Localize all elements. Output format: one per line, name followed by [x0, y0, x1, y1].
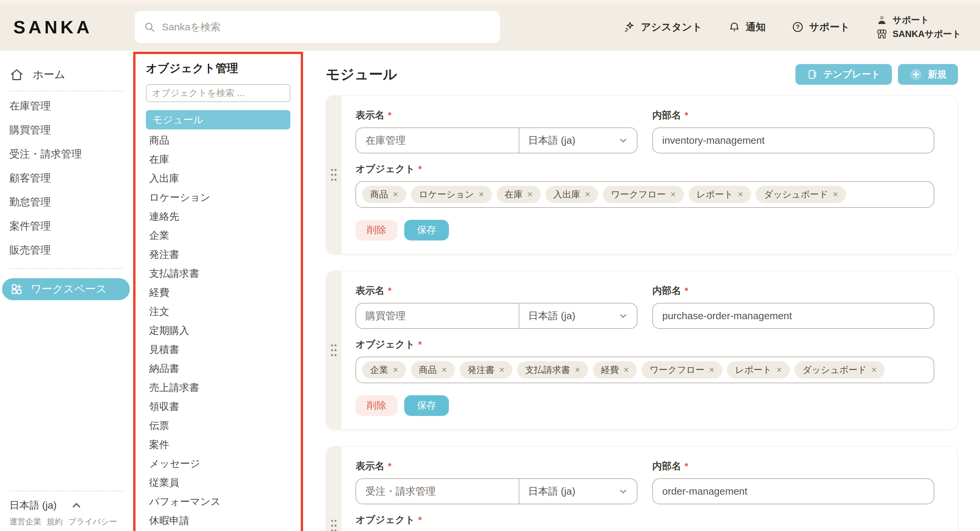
sidebar-item-7[interactable]: 販売管理: [10, 244, 133, 256]
remove-chip-icon[interactable]: ×: [500, 365, 505, 375]
assistant-button[interactable]: アシスタント: [624, 21, 702, 34]
object-item-15[interactable]: 売上請求書: [146, 382, 290, 393]
internal-name-input[interactable]: [652, 127, 934, 154]
object-item-7[interactable]: 企業: [146, 230, 290, 241]
global-search-input[interactable]: [161, 21, 491, 33]
account-menu[interactable]: サポート SANKAサポート: [876, 14, 961, 40]
remove-chip-icon[interactable]: ×: [575, 365, 580, 375]
object-chip[interactable]: ダッシュボード ×: [756, 186, 846, 203]
delete-button[interactable]: 削除: [355, 395, 398, 416]
drag-handle[interactable]: [326, 447, 342, 531]
object-item-18[interactable]: 案件: [146, 439, 290, 450]
save-button[interactable]: 保存: [404, 220, 449, 241]
object-item-22[interactable]: 休暇申請: [146, 515, 290, 526]
language-selector[interactable]: 日本語 (ja): [10, 499, 124, 512]
language-select[interactable]: 日本語 (ja): [519, 304, 637, 328]
sidebar-item-4[interactable]: 顧客管理: [10, 172, 133, 184]
object-item-3[interactable]: 在庫: [146, 154, 290, 165]
object-item-19[interactable]: メッセージ: [146, 458, 290, 469]
object-chip-label: 商品: [419, 364, 437, 376]
remove-chip-icon[interactable]: ×: [393, 365, 398, 375]
object-item-8[interactable]: 発注書: [146, 249, 290, 260]
object-item-1[interactable]: モジュール: [146, 110, 290, 129]
footer-link-1[interactable]: 運営企業: [10, 516, 41, 527]
footer-link-3[interactable]: プライバシー: [68, 516, 117, 527]
object-search-input[interactable]: [146, 84, 290, 102]
remove-chip-icon[interactable]: ×: [442, 365, 447, 375]
remove-chip-icon[interactable]: ×: [393, 189, 398, 200]
object-chip[interactable]: 商品 ×: [411, 361, 455, 379]
global-search[interactable]: [135, 11, 500, 43]
language-select[interactable]: 日本語 (ja): [519, 479, 637, 504]
object-item-2[interactable]: 商品: [146, 135, 290, 146]
object-item-14[interactable]: 納品書: [146, 363, 290, 374]
notifications-button[interactable]: 通知: [728, 21, 766, 34]
object-item-9[interactable]: 支払請求書: [146, 268, 290, 279]
internal-name-input[interactable]: [652, 303, 934, 329]
remove-chip-icon[interactable]: ×: [709, 365, 714, 375]
sidebar-item-workspace[interactable]: ワークスペース: [2, 278, 130, 300]
object-chip[interactable]: レポート ×: [727, 361, 790, 379]
delete-button[interactable]: 削除: [355, 220, 398, 241]
template-button[interactable]: テンプレート: [795, 64, 892, 85]
object-item-12[interactable]: 定期購入: [146, 325, 290, 336]
object-item-4[interactable]: 入出庫: [146, 173, 290, 184]
footer-link-2[interactable]: 規約: [47, 516, 63, 527]
remove-chip-icon[interactable]: ×: [872, 365, 877, 375]
object-item-6[interactable]: 連絡先: [146, 211, 290, 222]
object-item-21[interactable]: パフォーマンス: [146, 496, 290, 507]
object-item-5[interactable]: ロケーション: [146, 192, 290, 203]
remove-chip-icon[interactable]: ×: [624, 365, 629, 375]
object-chip[interactable]: 発注書 ×: [460, 361, 513, 379]
support-button[interactable]: ? サポート: [792, 21, 850, 34]
object-item-17[interactable]: 伝票: [146, 420, 290, 431]
display-name-input[interactable]: [356, 304, 519, 328]
internal-name-input[interactable]: [652, 478, 934, 504]
org-name: SANKAサポート: [892, 28, 961, 40]
object-chip[interactable]: レポート ×: [689, 186, 751, 203]
objects-input[interactable]: 商品 × ロケーション × 在庫 × 入出庫 × ワークフロー × レポート ×…: [355, 181, 934, 208]
object-chip[interactable]: ワークフロー ×: [603, 186, 684, 203]
required-asterisk: *: [388, 109, 391, 121]
object-item-10[interactable]: 経費: [146, 287, 290, 298]
sidebar-item-2[interactable]: 購買管理: [10, 124, 133, 136]
remove-chip-icon[interactable]: ×: [738, 189, 743, 200]
object-chip[interactable]: ダッシュボード ×: [794, 361, 885, 379]
sidebar-item-3[interactable]: 受注・請求管理: [10, 148, 133, 160]
remove-chip-icon[interactable]: ×: [585, 189, 590, 200]
new-button[interactable]: 新規: [898, 64, 958, 85]
remove-chip-icon[interactable]: ×: [776, 365, 782, 375]
object-chip[interactable]: 入出庫 ×: [546, 186, 598, 203]
object-chip[interactable]: ワークフロー ×: [641, 361, 722, 379]
object-item-13[interactable]: 見積書: [146, 344, 290, 355]
object-chip[interactable]: 商品 ×: [362, 186, 406, 203]
language-select[interactable]: 日本語 (ja): [519, 128, 637, 153]
object-chip[interactable]: 在庫 ×: [497, 186, 541, 203]
remove-chip-icon[interactable]: ×: [671, 189, 676, 200]
sidebar-footer: 日本語 (ja) 運営企業規約プライバシー: [0, 482, 133, 527]
object-chip[interactable]: 企業 ×: [362, 361, 406, 379]
sidebar-item-6[interactable]: 案件管理: [10, 220, 133, 232]
language-select-value: 日本語 (ja): [528, 134, 576, 147]
page-actions: テンプレート 新規: [795, 64, 958, 85]
object-chip[interactable]: ロケーション ×: [411, 186, 492, 203]
object-item-11[interactable]: 注文: [146, 306, 290, 317]
sidebar-item-home[interactable]: ホーム: [10, 67, 133, 82]
objects-input[interactable]: 企業 × 商品 × 発注書 × 支払請求書 × 経費 × ワークフロー × レポ…: [355, 357, 934, 383]
drag-handle[interactable]: [326, 271, 342, 429]
display-name-input[interactable]: [356, 479, 519, 504]
object-chip[interactable]: 支払請求書 ×: [517, 361, 588, 379]
object-item-20[interactable]: 従業員: [146, 477, 290, 488]
object-chip[interactable]: 経費 ×: [593, 361, 637, 379]
drag-handle[interactable]: [326, 96, 342, 254]
object-item-16[interactable]: 領収書: [146, 401, 290, 412]
display-name-input[interactable]: [356, 128, 519, 153]
sidebar-item-5[interactable]: 勤怠管理: [10, 196, 133, 208]
remove-chip-icon[interactable]: ×: [833, 189, 838, 200]
language-select-value: 日本語 (ja): [528, 485, 576, 498]
save-button[interactable]: 保存: [404, 395, 449, 416]
remove-chip-icon[interactable]: ×: [527, 189, 533, 200]
sidebar-item-1[interactable]: 在庫管理: [10, 100, 133, 112]
workspace-icon: [10, 282, 23, 296]
remove-chip-icon[interactable]: ×: [479, 189, 484, 200]
